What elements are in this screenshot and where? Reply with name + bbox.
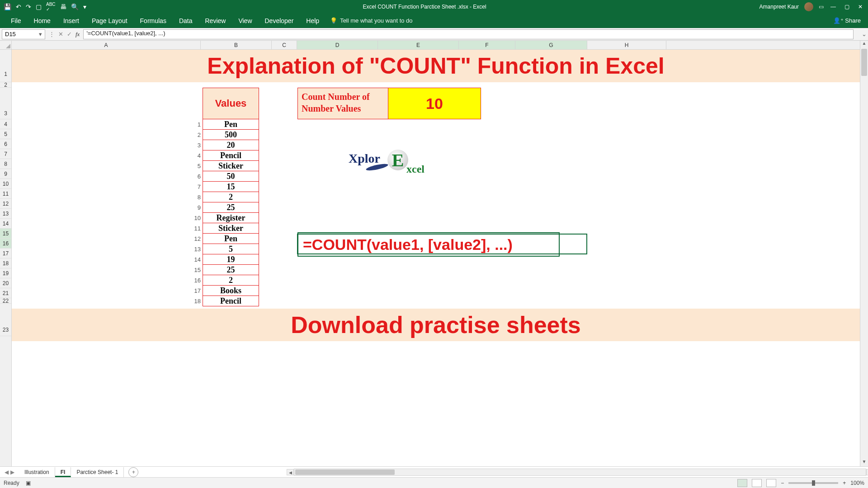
scroll-down-icon[interactable]: ▼ bbox=[860, 459, 868, 466]
value-cell[interactable]: Pen bbox=[203, 234, 259, 244]
row-header[interactable]: 23 bbox=[0, 304, 11, 336]
index-cell[interactable]: 1 bbox=[184, 119, 202, 130]
cell-grid[interactable]: Explanation of "COUNT" Function in Excel… bbox=[12, 50, 860, 466]
spellcheck-icon[interactable]: ABC✓ bbox=[46, 2, 56, 12]
select-all-corner[interactable] bbox=[0, 41, 12, 50]
print-preview-icon[interactable]: 🔍 bbox=[71, 3, 79, 10]
qat-dropdown-icon[interactable]: ▾ bbox=[83, 3, 86, 10]
macro-record-icon[interactable]: ▣ bbox=[26, 480, 31, 486]
value-cell[interactable]: 25 bbox=[203, 265, 259, 275]
close-button[interactable]: ✕ bbox=[856, 4, 864, 10]
index-cell[interactable]: 2 bbox=[184, 130, 202, 140]
minimize-button[interactable]: — bbox=[829, 4, 837, 10]
index-cell[interactable]: 6 bbox=[184, 171, 202, 182]
download-banner[interactable]: Download practise sheets bbox=[12, 309, 860, 341]
scroll-left-icon[interactable]: ◀ bbox=[287, 469, 294, 475]
redo-icon[interactable]: ↷ bbox=[26, 3, 31, 10]
user-name[interactable]: Amanpreet Kaur bbox=[760, 4, 799, 10]
enter-icon[interactable]: ✓ bbox=[67, 31, 72, 38]
page-break-view-button[interactable] bbox=[766, 479, 776, 487]
index-cell[interactable]: 14 bbox=[184, 254, 202, 265]
quick-print-icon[interactable]: 🖶 bbox=[60, 3, 66, 10]
row-header[interactable]: 13 bbox=[0, 209, 11, 219]
value-cell[interactable]: Pen bbox=[203, 119, 259, 130]
vertical-scrollbar[interactable]: ▲ ▼ bbox=[860, 41, 868, 466]
row-header[interactable]: 7 bbox=[0, 149, 11, 159]
value-cell[interactable]: Pencil bbox=[203, 150, 259, 161]
formula-syntax-display[interactable]: =COUNT(value1, [value2], ...) bbox=[297, 232, 560, 257]
col-header-h[interactable]: H bbox=[587, 41, 666, 49]
zoom-in-button[interactable]: + bbox=[843, 480, 846, 486]
zoom-slider[interactable] bbox=[788, 482, 838, 484]
row-header[interactable]: 5 bbox=[0, 129, 11, 139]
expand-formula-bar-icon[interactable]: ⌄ bbox=[862, 31, 868, 38]
index-cell[interactable]: 10 bbox=[184, 213, 202, 223]
row-header[interactable]: 10 bbox=[0, 179, 11, 189]
value-cell[interactable]: Register bbox=[203, 213, 259, 223]
cancel-icon[interactable]: ✕ bbox=[58, 31, 63, 38]
formula-input[interactable]: '=COUNT(value1, [value2], ...) bbox=[83, 29, 854, 39]
index-cell[interactable]: 15 bbox=[184, 265, 202, 275]
row-header[interactable]: 6 bbox=[0, 139, 11, 149]
row-header[interactable]: 17 bbox=[0, 249, 11, 258]
value-cell[interactable]: 50 bbox=[203, 171, 259, 182]
index-cell[interactable]: 13 bbox=[184, 244, 202, 254]
col-header-f[interactable]: F bbox=[459, 41, 515, 49]
value-cell[interactable]: Books bbox=[203, 286, 259, 296]
page-layout-view-button[interactable] bbox=[752, 479, 762, 487]
row-header[interactable]: 22 bbox=[0, 298, 11, 304]
ribbon-display-icon[interactable]: ▭ bbox=[819, 4, 824, 10]
count-label[interactable]: Count Number of Number Values bbox=[298, 88, 388, 119]
row-header[interactable]: 9 bbox=[0, 169, 11, 179]
count-value[interactable]: 10 bbox=[388, 88, 481, 119]
tab-insert[interactable]: Insert bbox=[57, 14, 85, 28]
value-cell[interactable]: 5 bbox=[203, 244, 259, 254]
index-cell[interactable]: 7 bbox=[184, 182, 202, 192]
fx-icon[interactable]: fx bbox=[75, 31, 80, 38]
index-cell[interactable]: 5 bbox=[184, 161, 202, 171]
row-header[interactable]: 1 bbox=[0, 50, 11, 82]
tab-formulas[interactable]: Formulas bbox=[134, 14, 173, 28]
value-cell[interactable]: Pencil bbox=[203, 296, 259, 306]
index-cell[interactable]: 16 bbox=[184, 275, 202, 286]
prev-sheet-icon[interactable]: ◀ bbox=[5, 469, 9, 475]
horizontal-scrollbar[interactable]: ◀ ▶ bbox=[294, 469, 866, 476]
values-header[interactable]: Values bbox=[203, 88, 259, 119]
maximize-button[interactable]: ▢ bbox=[843, 4, 851, 10]
add-sheet-button[interactable]: + bbox=[128, 467, 138, 477]
index-cell[interactable]: 3 bbox=[184, 140, 202, 150]
col-header-d[interactable]: D bbox=[297, 41, 378, 49]
save-icon[interactable]: 💾 bbox=[4, 3, 11, 10]
value-cell[interactable]: 15 bbox=[203, 182, 259, 192]
col-header-e[interactable]: E bbox=[378, 41, 459, 49]
value-cell[interactable]: Sticker bbox=[203, 161, 259, 171]
zoom-out-button[interactable]: − bbox=[781, 480, 784, 486]
tab-home[interactable]: Home bbox=[28, 14, 57, 28]
value-cell[interactable]: 20 bbox=[203, 140, 259, 150]
row-header[interactable]: 16 bbox=[0, 239, 11, 249]
tab-file[interactable]: File bbox=[5, 14, 28, 28]
tab-data[interactable]: Data bbox=[173, 14, 199, 28]
value-cell[interactable]: 25 bbox=[203, 202, 259, 213]
tab-review[interactable]: Review bbox=[199, 14, 232, 28]
more-icon[interactable]: ⋮ bbox=[49, 31, 55, 38]
row-header[interactable]: 18 bbox=[0, 258, 11, 268]
zoom-level[interactable]: 100% bbox=[850, 480, 864, 486]
page-title[interactable]: Explanation of "COUNT" Function in Excel bbox=[12, 50, 860, 82]
index-cell[interactable]: 9 bbox=[184, 202, 202, 213]
row-header[interactable]: 8 bbox=[0, 159, 11, 169]
index-cell[interactable]: 8 bbox=[184, 192, 202, 202]
scroll-up-icon[interactable]: ▲ bbox=[860, 41, 868, 48]
value-cell[interactable]: 2 bbox=[203, 275, 259, 286]
new-file-icon[interactable]: ▢ bbox=[36, 3, 42, 10]
value-cell[interactable]: Sticker bbox=[203, 223, 259, 234]
col-header-g[interactable]: G bbox=[515, 41, 587, 49]
row-header[interactable]: 12 bbox=[0, 199, 11, 209]
row-header[interactable]: 20 bbox=[0, 278, 11, 288]
index-cell[interactable]: 17 bbox=[184, 286, 202, 296]
sheet-tab-fi[interactable]: FI bbox=[55, 467, 71, 477]
index-cell[interactable]: 11 bbox=[184, 223, 202, 234]
next-sheet-icon[interactable]: ▶ bbox=[10, 469, 14, 475]
user-avatar[interactable] bbox=[804, 2, 813, 11]
row-header[interactable]: 4 bbox=[0, 119, 11, 129]
